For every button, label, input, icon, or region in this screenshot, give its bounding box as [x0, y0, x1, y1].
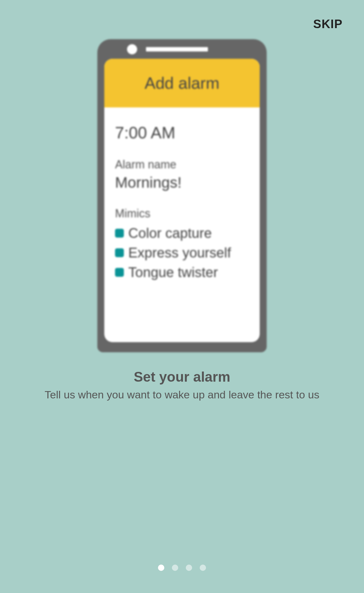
phone-camera-icon	[127, 44, 137, 54]
onboarding-title: Set your alarm	[13, 369, 351, 385]
mimic-item: Color capture	[115, 225, 249, 241]
mimic-text: Color capture	[128, 225, 212, 241]
mimic-bullet-icon	[115, 248, 124, 257]
mimic-item: Tongue twister	[115, 264, 249, 280]
phone-header-title: Add alarm	[145, 74, 220, 93]
alarm-time: 7:00 AM	[115, 123, 249, 142]
phone-top-bar	[104, 44, 260, 54]
page-dot-3[interactable]	[186, 565, 192, 571]
page-dot-2[interactable]	[172, 565, 178, 571]
skip-button[interactable]: SKIP	[313, 17, 343, 31]
phone-screen: Add alarm 7:00 AM Alarm name Mornings! M…	[104, 59, 260, 342]
phone-header: Add alarm	[104, 59, 260, 107]
mimic-item: Express yourself	[115, 245, 249, 261]
alarm-name-value: Mornings!	[115, 174, 249, 191]
phone-illustration: Add alarm 7:00 AM Alarm name Mornings! M…	[97, 39, 267, 352]
mimic-bullet-icon	[115, 268, 124, 277]
pagination-dots	[158, 565, 206, 571]
mimic-bullet-icon	[115, 229, 124, 238]
mimic-text: Express yourself	[128, 245, 231, 261]
onboarding-subtitle: Tell us when you want to wake up and lea…	[13, 389, 351, 401]
phone-content: 7:00 AM Alarm name Mornings! Mimics Colo…	[104, 107, 260, 290]
mimics-label: Mimics	[115, 207, 249, 220]
alarm-name-label: Alarm name	[115, 158, 249, 171]
onboarding-text: Set your alarm Tell us when you want to …	[0, 369, 364, 401]
page-dot-1[interactable]	[158, 565, 164, 571]
phone-body: Add alarm 7:00 AM Alarm name Mornings! M…	[97, 39, 267, 352]
page-dot-4[interactable]	[200, 565, 206, 571]
mimic-text: Tongue twister	[128, 264, 218, 280]
phone-speaker-icon	[146, 47, 208, 51]
